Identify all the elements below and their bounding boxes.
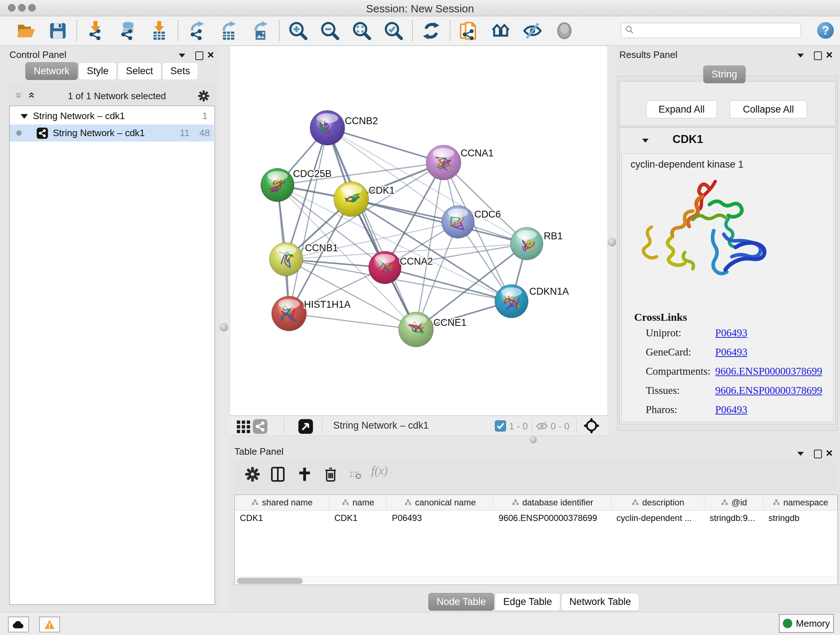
network-node-CDK1[interactable] xyxy=(334,182,369,217)
tab-sets[interactable]: Sets xyxy=(162,62,198,80)
network-share-view-icon[interactable] xyxy=(252,418,268,434)
results-panel-window-icon[interactable] xyxy=(814,51,822,60)
table-panel-float-icon[interactable] xyxy=(797,452,804,456)
tab-network-table[interactable]: Network Table xyxy=(561,593,639,611)
search-input[interactable] xyxy=(634,24,801,37)
collapse-all-icon[interactable] xyxy=(14,92,23,100)
import-database-icon[interactable] xyxy=(118,21,137,41)
tab-network[interactable]: Network xyxy=(25,62,78,80)
network-node-RB1[interactable] xyxy=(510,227,543,260)
help-button[interactable]: ? xyxy=(817,22,834,39)
column-header-name[interactable]: name xyxy=(329,495,387,510)
network-collection-row[interactable]: String Network – cdk1 1 xyxy=(10,108,214,125)
column-header-shared-name[interactable]: shared name xyxy=(235,495,329,510)
right-splitter-handle[interactable] xyxy=(608,238,616,247)
table-cell[interactable]: P06493 xyxy=(387,510,493,526)
bottom-splitter-handle[interactable] xyxy=(530,436,537,443)
column-header-description[interactable]: description xyxy=(611,495,704,510)
control-panel-float-icon[interactable] xyxy=(179,54,185,57)
warning-button[interactable] xyxy=(39,616,60,632)
hide-selected-icon[interactable] xyxy=(523,21,542,41)
network-edge xyxy=(327,128,444,163)
network-row-label: String Network – cdk1 xyxy=(53,127,145,139)
network-canvas[interactable]: CCNB2CCNA1CDC25BCDK1CDC6RB1CCNB1CCNA2CDK… xyxy=(230,46,608,416)
add-column-icon[interactable] xyxy=(297,466,313,482)
birdseye-view-icon[interactable] xyxy=(584,418,600,434)
column-header-@id[interactable]: @id xyxy=(704,495,763,510)
table-cell[interactable]: CDK1 xyxy=(235,510,329,526)
import-network-icon[interactable] xyxy=(86,21,105,41)
crosslink-link[interactable]: 9606.ENSP00000378699 xyxy=(715,385,822,396)
export-table-icon[interactable] xyxy=(219,21,238,41)
network-node-CDKN1A[interactable] xyxy=(495,285,528,318)
zoom-selected-icon[interactable] xyxy=(384,21,403,41)
table-cell[interactable]: 9606.ENSP00000378699 xyxy=(493,510,611,526)
table-cell[interactable]: cyclin-dependent ... xyxy=(611,510,704,526)
save-icon[interactable] xyxy=(48,21,68,41)
control-panel-close-icon[interactable]: × xyxy=(207,50,214,59)
table-cell[interactable]: stringdb:9... xyxy=(704,510,763,526)
tab-string[interactable]: String xyxy=(703,65,745,83)
network-view-toolbar: String Network – cdk1 1 - 0 0 - 0 xyxy=(230,416,608,436)
export-image-icon[interactable] xyxy=(251,21,270,41)
expander-icon[interactable] xyxy=(21,114,28,119)
grid-view-icon[interactable] xyxy=(235,418,251,434)
expand-all-icon[interactable] xyxy=(27,92,36,100)
table-cell[interactable]: CDK1 xyxy=(329,510,387,526)
left-splitter-handle[interactable] xyxy=(219,323,228,332)
network-node-CCNA1[interactable] xyxy=(426,145,461,180)
network-node-CDC6[interactable] xyxy=(442,206,474,238)
selected-checkbox[interactable] xyxy=(495,420,506,432)
refresh-icon[interactable] xyxy=(422,21,441,41)
column-header-namespace[interactable]: namespace xyxy=(763,495,837,510)
table-hscrollbar[interactable] xyxy=(235,576,837,585)
network-node-CCNB1[interactable] xyxy=(270,242,303,276)
network-node-CDC25B[interactable] xyxy=(261,168,294,202)
cloud-button[interactable] xyxy=(8,616,29,632)
tab-node-table[interactable]: Node Table xyxy=(428,593,494,611)
show-graphics-icon[interactable] xyxy=(554,21,574,41)
delete-column-icon[interactable] xyxy=(323,466,339,482)
clone-network-icon[interactable] xyxy=(459,21,478,41)
network-node-CCNB2[interactable] xyxy=(310,111,345,145)
tab-select[interactable]: Select xyxy=(118,62,161,80)
table-cell[interactable]: stringdb xyxy=(763,510,837,526)
search-icon xyxy=(625,25,634,36)
show-columns-icon[interactable] xyxy=(270,466,286,482)
expand-all-button[interactable]: Expand All xyxy=(646,100,717,119)
column-header-canonical-name[interactable]: canonical name xyxy=(387,495,493,510)
zoom-out-icon[interactable] xyxy=(320,21,340,41)
search-box[interactable] xyxy=(621,23,801,38)
crosslink-link[interactable]: P06493 xyxy=(715,346,747,358)
table-hscrollbar-thumb[interactable] xyxy=(237,578,303,584)
tab-edge-table[interactable]: Edge Table xyxy=(495,593,561,611)
memory-button[interactable]: Memory xyxy=(779,614,834,633)
table-panel-close-icon[interactable]: × xyxy=(826,448,833,458)
crosslink-link[interactable]: 9606.ENSP00000378699 xyxy=(715,365,822,377)
network-node-CCNE1[interactable] xyxy=(399,312,433,347)
network-node-CCNA2[interactable] xyxy=(369,251,401,284)
tab-style[interactable]: Style xyxy=(79,62,117,80)
gene-expander-icon[interactable] xyxy=(642,139,649,143)
table-row[interactable]: CDK1CDK1P064939606.ENSP00000378699cyclin… xyxy=(235,510,837,526)
import-table-icon[interactable] xyxy=(149,21,169,41)
open-file-icon[interactable] xyxy=(16,21,36,41)
table-panel-window-icon[interactable] xyxy=(814,450,822,458)
edge-count: 48 xyxy=(199,127,210,139)
export-network-icon[interactable] xyxy=(187,21,207,41)
zoom-fit-icon[interactable] xyxy=(352,21,371,41)
first-neighbors-icon[interactable] xyxy=(491,21,510,41)
crosslink-link[interactable]: P06493 xyxy=(715,327,747,339)
network-options-gear-icon[interactable] xyxy=(197,90,210,102)
zoom-in-icon[interactable] xyxy=(288,21,308,41)
results-panel-float-icon[interactable] xyxy=(797,54,804,57)
crosslink-link[interactable]: P06493 xyxy=(715,404,747,416)
results-panel-close-icon[interactable]: × xyxy=(826,50,833,59)
control-panel-window-icon[interactable] xyxy=(195,51,203,60)
column-header-database-identifier[interactable]: database identifier xyxy=(493,495,611,510)
network-node-HIST1H1A[interactable] xyxy=(272,296,306,331)
table-gear-icon[interactable] xyxy=(245,466,261,482)
collapse-all-button[interactable]: Collapse All xyxy=(729,100,807,119)
network-row-selected[interactable]: String Network – cdk1 11 48 xyxy=(10,125,214,141)
export-view-icon[interactable] xyxy=(298,418,314,434)
